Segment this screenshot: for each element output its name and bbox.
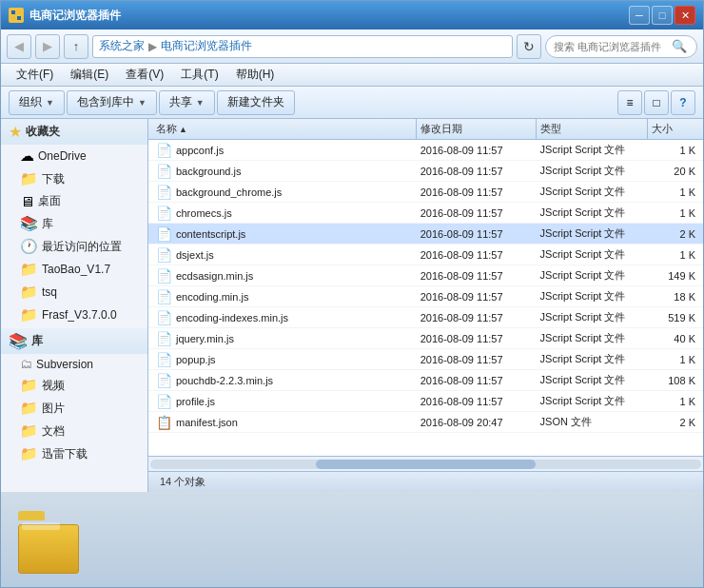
status-text: 14 个对象 xyxy=(160,475,205,489)
new-folder-label: 新建文件夹 xyxy=(227,94,284,110)
refresh-button[interactable]: ↻ xyxy=(517,34,541,59)
file-name-cell: 📄 dsjext.js xyxy=(152,247,417,263)
file-size-cell: 40 K xyxy=(648,333,699,344)
sidebar-item-recent[interactable]: 🕐 最近访问的位置 xyxy=(1,235,147,258)
menu-file[interactable]: 文件(F) xyxy=(9,65,61,85)
col-header-name[interactable]: 名称 ▲ xyxy=(152,119,417,139)
file-name: jquery.min.js xyxy=(176,333,234,344)
minimize-button[interactable]: ─ xyxy=(629,6,650,25)
table-row[interactable]: 📄 contentscript.js 2016-08-09 11:57 JScr… xyxy=(148,224,703,245)
sidebar-item-downloads[interactable]: 📁 下载 xyxy=(1,167,147,190)
up-button[interactable]: ↑ xyxy=(64,34,88,59)
file-icon: 📄 xyxy=(156,373,172,388)
table-row[interactable]: 📄 encoding.min.js 2016-08-09 11:57 JScri… xyxy=(148,286,703,307)
file-size-cell: 20 K xyxy=(648,166,699,177)
desktop-label: 桌面 xyxy=(38,193,61,209)
table-row[interactable]: 📄 ecdsasign.min.js 2016-08-09 11:57 JScr… xyxy=(148,265,703,286)
h-scroll-thumb[interactable] xyxy=(316,460,537,469)
file-icon: 📄 xyxy=(156,185,172,200)
file-name: manifest.json xyxy=(176,417,238,428)
menu-edit[interactable]: 编辑(E) xyxy=(63,65,116,85)
file-type-cell: JScript Script 文件 xyxy=(537,226,648,241)
sidebar-item-library[interactable]: 📚 库 xyxy=(1,212,147,235)
documents-icon: 📁 xyxy=(20,422,38,440)
file-name-cell: 📄 ecdsasign.min.js xyxy=(152,268,417,284)
table-row[interactable]: 📄 chromecs.js 2016-08-09 11:57 JScript S… xyxy=(148,203,703,224)
libraries-header[interactable]: 📚 库 xyxy=(1,328,147,354)
file-date-cell: 2016-08-09 11:57 xyxy=(417,396,537,407)
file-name-cell: 📄 background.js xyxy=(152,164,417,179)
file-size-cell: 108 K xyxy=(648,375,699,386)
breadcrumb-current[interactable]: 电商记浏览器插件 xyxy=(161,38,252,54)
sidebar-item-video[interactable]: 📁 视频 xyxy=(1,374,147,397)
table-row[interactable]: 📋 manifest.json 2016-08-09 20:47 JSON 文件… xyxy=(148,412,703,433)
sidebar-item-desktop[interactable]: 🖥 桌面 xyxy=(1,190,147,212)
window-title: 电商记浏览器插件 xyxy=(29,8,121,24)
table-row[interactable]: 📄 popup.js 2016-08-09 11:57 JScript Scri… xyxy=(148,349,703,370)
pictures-icon: 📁 xyxy=(20,400,38,417)
back-button[interactable]: ◀ xyxy=(7,34,31,59)
table-row[interactable]: 📄 profile.js 2016-08-09 11:57 JScript Sc… xyxy=(148,391,703,412)
file-icon: 📄 xyxy=(156,310,172,325)
table-row[interactable]: 📄 jquery.min.js 2016-08-09 11:57 JScript… xyxy=(148,328,703,349)
table-row[interactable]: 📄 appconf.js 2016-08-09 11:57 JScript Sc… xyxy=(148,140,703,161)
file-date-cell: 2016-08-09 11:57 xyxy=(417,207,537,219)
sidebar-item-taobao[interactable]: 📁 TaoBao_V1.7 xyxy=(1,258,147,281)
table-row[interactable]: 📄 dsjext.js 2016-08-09 11:57 JScript Scr… xyxy=(148,245,703,265)
col-header-size[interactable]: 大小 xyxy=(648,119,699,139)
file-size-cell: 1 K xyxy=(648,207,699,219)
sidebar-item-pictures[interactable]: 📁 图片 xyxy=(1,397,147,420)
sidebar-item-onedrive[interactable]: ☁ OneDrive xyxy=(1,145,147,167)
sidebar-item-subversion[interactable]: 🗂 Subversion xyxy=(1,354,147,374)
share-chevron: ▼ xyxy=(196,98,205,108)
share-button[interactable]: 共享 ▼ xyxy=(159,90,215,115)
file-icon: 📄 xyxy=(156,143,172,158)
maximize-button[interactable]: □ xyxy=(652,6,673,25)
big-folder-icon[interactable] xyxy=(10,505,87,574)
organize-button[interactable]: 组织 ▼ xyxy=(9,90,65,115)
close-button[interactable]: ✕ xyxy=(675,6,695,25)
folder-body xyxy=(18,524,79,574)
favorites-label: 收藏夹 xyxy=(26,124,60,140)
svg-rect-3 xyxy=(17,16,21,20)
help-button[interactable]: ? xyxy=(671,90,695,115)
sidebar-item-thunder[interactable]: 📁 迅雷下载 xyxy=(1,442,147,465)
favorites-header[interactable]: ★ 收藏夹 xyxy=(1,119,147,145)
new-folder-button[interactable]: 新建文件夹 xyxy=(217,90,295,115)
table-row[interactable]: 📄 background.js 2016-08-09 11:57 JScript… xyxy=(148,161,703,182)
col-header-date[interactable]: 修改日期 xyxy=(417,119,537,139)
file-name: chromecs.js xyxy=(176,207,232,219)
col-header-type[interactable]: 类型 xyxy=(537,119,648,139)
menu-tools[interactable]: 工具(T) xyxy=(173,65,225,85)
table-row[interactable]: 📄 background_chrome.js 2016-08-09 11:57 … xyxy=(148,182,703,203)
file-name: ecdsasign.min.js xyxy=(176,270,253,282)
view-button[interactable]: ≡ xyxy=(617,90,642,115)
table-row[interactable]: 📄 encoding-indexes.min.js 2016-08-09 11:… xyxy=(148,307,703,328)
add-to-library-button[interactable]: 包含到库中 ▼ xyxy=(67,90,157,115)
file-name: encoding-indexes.min.js xyxy=(176,312,288,323)
menu-view[interactable]: 查看(V) xyxy=(118,65,171,85)
file-size-cell: 149 K xyxy=(648,270,699,282)
sidebar-item-tsq[interactable]: 📁 tsq xyxy=(1,281,147,304)
file-date-cell: 2016-08-09 11:57 xyxy=(417,228,537,240)
taobao-label: TaoBao_V1.7 xyxy=(42,263,110,276)
search-icon[interactable]: 🔍 xyxy=(672,39,687,53)
table-row[interactable]: 📄 pouchdb-2.2.3.min.js 2016-08-09 11:57 … xyxy=(148,370,703,391)
file-date-cell: 2016-08-09 11:57 xyxy=(417,354,537,365)
file-type-cell: JScript Script 文件 xyxy=(537,268,648,283)
menu-help[interactable]: 帮助(H) xyxy=(228,65,283,85)
file-name: popup.js xyxy=(176,354,216,365)
file-type-cell: JScript Script 文件 xyxy=(537,373,648,387)
sidebar-item-documents[interactable]: 📁 文档 xyxy=(1,420,147,442)
file-date-cell: 2016-08-09 11:57 xyxy=(417,312,537,323)
search-input[interactable] xyxy=(554,41,668,52)
horizontal-scrollbar[interactable] xyxy=(148,456,703,471)
preview-button[interactable]: □ xyxy=(644,90,669,115)
file-date-cell: 2016-08-09 20:47 xyxy=(417,417,537,428)
file-name-cell: 📄 chromecs.js xyxy=(152,206,417,221)
forward-button[interactable]: ▶ xyxy=(35,34,60,59)
star-icon: ★ xyxy=(9,123,22,141)
file-icon: 📄 xyxy=(156,226,172,242)
sidebar-item-frasf[interactable]: 📁 Frasf_V3.7.0.0 xyxy=(1,304,147,326)
breadcrumb-home[interactable]: 系统之家 xyxy=(99,38,145,54)
